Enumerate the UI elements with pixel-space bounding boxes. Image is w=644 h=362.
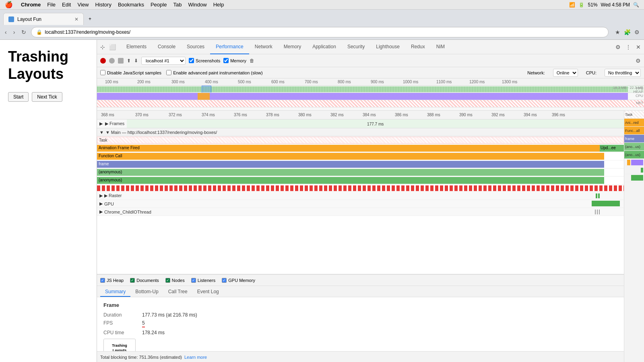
menu-history[interactable]: History	[95, 2, 111, 8]
cpu-throttle-select[interactable]: No throttling	[605, 69, 641, 77]
menu-chrome[interactable]: Chrome	[21, 2, 41, 8]
tab-security[interactable]: Security	[342, 40, 370, 54]
tab-event-log[interactable]: Event Log	[192, 287, 224, 297]
tab-redux[interactable]: Redux	[405, 40, 431, 54]
child-io-expand-icon[interactable]: ▶	[99, 209, 103, 214]
timeline-selection[interactable]	[202, 86, 211, 93]
tab-call-tree[interactable]: Call Tree	[163, 287, 192, 297]
back-button[interactable]: ‹	[3, 27, 8, 37]
start-button[interactable]: Start	[8, 92, 29, 102]
profile-select[interactable]: localhost #1	[141, 57, 186, 65]
devtools-close-icon[interactable]: ✕	[634, 42, 642, 52]
animation-bar[interactable]: Animation Frame Fired	[97, 145, 604, 152]
new-tab-button[interactable]: +	[84, 13, 97, 25]
reload-button[interactable]: ↻	[20, 27, 28, 37]
screenshots-checkbox-label[interactable]: Screenshots	[189, 58, 220, 63]
extension-icon[interactable]: 🧩	[623, 28, 631, 36]
fps-label: FPS	[103, 320, 136, 327]
mini-row-task: Task	[624, 111, 644, 119]
anon2-label: (anonymous)	[97, 177, 124, 183]
menu-window[interactable]: Window	[188, 2, 206, 8]
screenshots-checkbox[interactable]	[189, 58, 194, 63]
tab-sources[interactable]: Sources	[181, 40, 210, 54]
clear-button[interactable]	[118, 58, 124, 64]
trash-icon[interactable]: 🗑	[250, 58, 254, 64]
memory-checkbox-label[interactable]: Memory	[223, 58, 246, 63]
function-bar[interactable]: Function Call	[97, 153, 604, 160]
anon1-bar[interactable]: (anonymous)	[97, 169, 604, 176]
devtools-settings-icon[interactable]: ⚙	[614, 42, 622, 52]
tab-network[interactable]: Network	[249, 40, 278, 54]
upload-button[interactable]: ⬆	[127, 58, 131, 64]
documents-checkbox[interactable]: ✓	[130, 278, 135, 283]
menu-tab[interactable]: Tab	[173, 2, 182, 8]
download-button[interactable]: ⬇	[134, 58, 138, 64]
tracks-container[interactable]: ▶ ▶ Frames 177.7 ms ▼ ▼ Main — http://lo…	[97, 119, 624, 274]
tab-console[interactable]: Console	[152, 40, 181, 54]
tab-summary[interactable]: Summary	[100, 287, 130, 297]
fps-overview-bar: FPS	[97, 86, 644, 93]
tab-memory[interactable]: Memory	[278, 40, 307, 54]
mac-menubar: 🍎 Chrome File Edit View History Bookmark…	[0, 0, 644, 10]
main-thread-expand-icon[interactable]: ▼	[99, 130, 104, 135]
tab-application[interactable]: Application	[307, 40, 342, 54]
nodes-checkbox[interactable]: ✓	[165, 278, 170, 283]
mini-raster-bar	[641, 168, 643, 173]
enable-advanced-paint-checkbox[interactable]	[166, 70, 171, 75]
tab-close-button[interactable]: ✕	[74, 16, 78, 22]
child-io-track-row: ▶ Chrome_ChildIOThread	[97, 208, 624, 216]
blocking-time-bar: Total blocking time: 751.36ms (estimated…	[97, 351, 624, 362]
network-select[interactable]: Online	[553, 69, 578, 77]
timeline-overview[interactable]: 100 ms 200 ms 300 ms 400 ms 500 ms 600 m…	[97, 78, 644, 111]
frame-bar[interactable]: frame	[97, 161, 604, 168]
task-bar[interactable]: Task	[97, 137, 624, 144]
frames-track-row: ▶ ▶ Frames 177.7 ms	[97, 119, 624, 128]
js-heap-checkbox[interactable]: ✓	[100, 278, 105, 283]
devtools-cursor-button[interactable]: ⊹	[99, 42, 107, 52]
tab-lighthouse[interactable]: Lighthouse	[370, 40, 405, 54]
heap-labels: 18.3 MB - 22.3 MB HEAP	[613, 86, 643, 94]
raster-expand-icon[interactable]: ▶	[99, 193, 103, 198]
next-tick-button[interactable]: Next Tick	[32, 92, 62, 102]
mini-row-anon1: (ano...us)	[624, 143, 644, 151]
menu-view[interactable]: View	[77, 2, 89, 8]
raster-track-row: ▶ ▶ Raster	[97, 192, 624, 200]
frames-content[interactable]: 177.7 ms	[127, 119, 624, 128]
frame-track-row: frame	[97, 160, 624, 169]
menu-bookmarks[interactable]: Bookmarks	[118, 2, 144, 8]
reload-record-button[interactable]	[109, 58, 115, 64]
update-bar[interactable]: Upd...ee	[600, 145, 624, 152]
menu-people[interactable]: People	[151, 2, 167, 8]
forward-button[interactable]: ›	[12, 27, 17, 37]
tab-performance[interactable]: Performance	[210, 40, 249, 54]
memory-checkbox[interactable]	[223, 58, 229, 63]
gpu-memory-checkbox[interactable]: ✓	[222, 278, 227, 283]
tab-nim[interactable]: NiM	[431, 40, 450, 54]
star-icon[interactable]: ★	[613, 28, 621, 36]
anon2-bar[interactable]: (anonymous)	[97, 177, 604, 184]
gpu-expand-icon[interactable]: ▶	[99, 201, 103, 206]
perf-settings-icon[interactable]: ⚙	[636, 58, 641, 64]
listeners-checkbox[interactable]: ✓	[191, 278, 196, 283]
menu-edit[interactable]: Edit	[62, 2, 71, 8]
menu-help[interactable]: Help	[213, 2, 224, 8]
url-bar[interactable]: 🔒 localhost:1337/rendering/moving-boxes/	[31, 27, 609, 37]
devtools-icon[interactable]: ⚙	[633, 28, 641, 36]
disable-js-samples-checkbox[interactable]	[100, 70, 105, 75]
record-button[interactable]	[100, 58, 106, 64]
tab-bottom-up[interactable]: Bottom-Up	[130, 287, 163, 297]
menu-file[interactable]: File	[47, 2, 56, 8]
browser-tab-layout-fun[interactable]: Layout Fun ✕	[3, 13, 84, 25]
child-io-label-text: Chrome_ChildIOThread	[104, 210, 151, 214]
raster-label[interactable]: ▶ ▶ Raster	[97, 192, 624, 200]
apple-menu[interactable]: 🍎	[5, 1, 13, 8]
devtools-more-icon[interactable]: ⋮	[624, 42, 633, 52]
learn-more-link[interactable]: Learn more	[184, 355, 207, 360]
enable-advanced-paint-label[interactable]: Enable advanced paint instrumentation (s…	[166, 70, 263, 75]
tab-elements[interactable]: Elements	[121, 40, 152, 54]
devtools-inspect-button[interactable]: ⬜	[107, 42, 118, 52]
search-icon[interactable]: 🔍	[633, 2, 639, 8]
disable-js-samples-label[interactable]: Disable JavaScript samples	[100, 70, 161, 75]
gpu-label-text: GPU	[104, 202, 114, 206]
frames-expand-icon[interactable]: ▶	[99, 121, 103, 126]
